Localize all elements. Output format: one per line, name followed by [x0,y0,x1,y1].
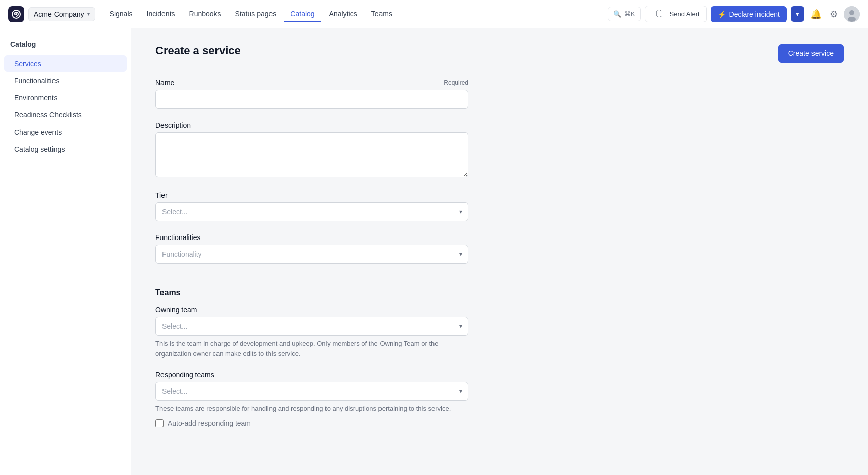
page-title: Create a service [155,44,241,57]
owning-team-help: This is the team in charge of developmen… [155,339,468,359]
tier-label-row: Tier [155,191,468,199]
tier-field-group: Tier Select... ▾ [155,191,468,221]
notifications-button[interactable]: 🔔 [808,7,824,22]
bell-icon: 🔔 [810,9,822,20]
declare-incident-button[interactable]: ⚡ Declare incident [711,6,787,22]
lightning-icon: ⚡ [718,10,726,18]
tier-select-wrapper: Select... ▾ [155,202,468,221]
alert-icon: 〔〕 [652,9,667,19]
svg-point-1 [15,13,17,15]
description-field-group: Description [155,121,468,179]
owning-team-select[interactable]: Select... [155,317,468,336]
name-input[interactable] [155,90,468,109]
page-header: Create a service Create service [155,44,844,63]
main-layout: Catalog Services Functionalities Environ… [0,0,868,475]
section-divider [155,276,468,276]
functionalities-select[interactable]: Functionality [155,245,468,264]
svg-point-4 [848,17,856,22]
functionalities-field-group: Functionalities Functionality ▾ [155,233,468,264]
top-navigation: Acme Company ▾ Signals Incidents Runbook… [0,0,868,28]
responding-teams-select[interactable]: Select... [155,382,468,401]
company-name: Acme Company [34,10,84,18]
nav-analytics[interactable]: Analytics [323,7,363,22]
search-shortcut: ⌘K [624,10,635,18]
select-divider-4 [450,382,450,401]
teams-section-heading: Teams [155,288,468,298]
declare-incident-dropdown[interactable]: ▾ [791,6,804,22]
description-label-row: Description [155,121,468,129]
send-alert-button[interactable]: 〔〕 Send Alert [645,6,707,22]
functionalities-label-row: Functionalities [155,233,468,242]
description-input[interactable] [155,132,468,177]
sidebar-item-catalog-settings[interactable]: Catalog settings [4,141,127,157]
gear-icon: ⚙ [830,9,838,20]
nav-links: Signals Incidents Runbooks Status pages … [103,7,398,22]
nav-runbooks[interactable]: Runbooks [183,7,227,22]
auto-add-checkbox[interactable] [155,419,164,427]
select-divider [450,202,450,221]
responding-teams-field-group: Responding teams Select... ▾ These teams… [155,371,468,427]
select-divider-3 [450,317,450,336]
name-label: Name [155,79,174,87]
owning-team-field-group: Owning team Select... ▾ This is the team… [155,306,468,359]
functionalities-select-wrapper: Functionality ▾ [155,245,468,264]
functionalities-label: Functionalities [155,233,201,242]
responding-teams-label-row: Responding teams [155,371,468,379]
name-field-group: Name Required [155,79,468,109]
sidebar-item-functionalities[interactable]: Functionalities [4,73,127,89]
nav-incidents[interactable]: Incidents [141,7,181,22]
name-required-badge: Required [444,79,468,86]
nav-catalog[interactable]: Catalog [284,7,320,22]
auto-add-row: Auto-add responding team [155,419,468,427]
auto-add-label: Auto-add responding team [168,419,251,427]
select-divider-2 [450,245,450,264]
sidebar-item-change-events[interactable]: Change events [4,124,127,140]
svg-point-3 [849,10,854,15]
sidebar-item-readiness-checklists[interactable]: Readiness Checklists [4,107,127,123]
company-selector[interactable]: Acme Company ▾ [28,7,95,21]
nav-teams[interactable]: Teams [365,7,398,22]
responding-teams-select-wrapper: Select... ▾ [155,382,468,401]
chevron-down-icon: ▾ [87,11,90,17]
responding-teams-help: These teams are responsible for handling… [155,404,468,414]
sidebar-item-environments[interactable]: Environments [4,90,127,106]
nav-right: 🔍 ⌘K 〔〕 Send Alert ⚡ Declare incident ▾ … [608,6,860,22]
tier-select[interactable]: Select... [155,202,468,221]
owning-team-select-wrapper: Select... ▾ [155,317,468,336]
search-button[interactable]: 🔍 ⌘K [608,7,641,21]
nav-signals[interactable]: Signals [103,7,139,22]
sidebar-title: Catalog [0,40,131,54]
sidebar: Catalog Services Functionalities Environ… [0,28,131,475]
settings-button[interactable]: ⚙ [828,7,840,22]
name-label-row: Name Required [155,79,468,87]
owning-team-label-row: Owning team [155,306,468,314]
nav-status-pages[interactable]: Status pages [229,7,283,22]
main-content: Create a service Create service Name Req… [131,28,868,475]
owning-team-label: Owning team [155,306,197,314]
user-avatar[interactable] [844,6,860,22]
responding-teams-label: Responding teams [155,371,214,379]
service-form: Name Required Description Tier [155,79,468,427]
create-service-button[interactable]: Create service [778,44,844,63]
search-icon: 🔍 [613,10,621,18]
description-label: Description [155,121,191,129]
app-logo [8,6,24,22]
tier-label: Tier [155,191,168,199]
sidebar-item-services[interactable]: Services [4,55,127,72]
